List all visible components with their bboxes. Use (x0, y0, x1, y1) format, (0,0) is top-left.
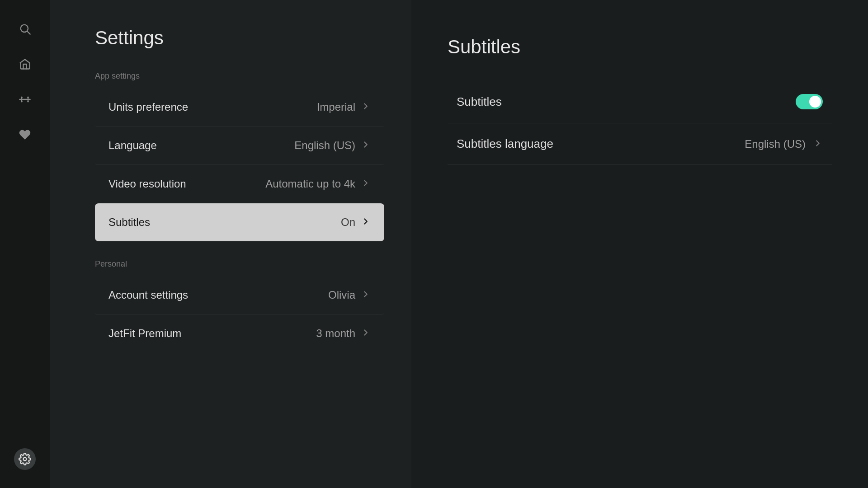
svg-point-11 (24, 458, 27, 461)
sidebar-item-favorites[interactable] (14, 124, 36, 145)
video-resolution-chevron (361, 178, 371, 190)
sidebar-item-home[interactable] (14, 53, 36, 75)
right-item-subtitles-language[interactable]: Subtitles language English (US) (448, 123, 832, 165)
subtitles-toggle[interactable] (796, 94, 823, 109)
svg-point-10 (27, 101, 29, 103)
account-value: Olivia (328, 289, 355, 301)
sidebar-item-search[interactable] (14, 18, 36, 40)
units-right: Imperial (317, 101, 371, 113)
right-subtitles-language-chevron (813, 138, 823, 150)
units-value: Imperial (317, 101, 355, 113)
svg-point-9 (27, 97, 29, 99)
subtitles-value: On (341, 216, 355, 229)
language-value: English (US) (294, 139, 355, 152)
units-label: Units preference (108, 101, 188, 113)
jetfit-value: 3 month (316, 327, 355, 340)
video-resolution-value: Automatic up to 4k (265, 178, 355, 190)
svg-point-7 (21, 97, 23, 99)
right-panel: Subtitles Subtitles Subtitles language E… (411, 0, 868, 488)
video-resolution-right: Automatic up to 4k (265, 178, 371, 190)
app-settings-list: Units preference Imperial Language Engli… (95, 88, 384, 241)
right-subtitles-right (796, 94, 823, 109)
right-subtitles-language-value: English (US) (745, 138, 806, 150)
units-chevron (361, 101, 371, 113)
video-resolution-label: Video resolution (108, 178, 186, 190)
jetfit-label: JetFit Premium (108, 327, 181, 340)
sidebar-item-settings[interactable] (14, 448, 36, 470)
left-panel: Settings App settings Units preference I… (50, 0, 411, 488)
sidebar-item-workouts[interactable] (14, 89, 36, 110)
language-right: English (US) (294, 139, 371, 152)
settings-item-units[interactable]: Units preference Imperial (95, 88, 384, 127)
jetfit-chevron (361, 328, 371, 339)
settings-item-video-resolution[interactable]: Video resolution Automatic up to 4k (95, 165, 384, 203)
subtitles-chevron (361, 216, 371, 228)
app-settings-label: App settings (95, 71, 384, 81)
language-label: Language (108, 139, 157, 152)
settings-item-subtitles[interactable]: Subtitles On (95, 203, 384, 241)
personal-settings-list: Account settings Olivia JetFit Premium 3… (95, 276, 384, 352)
settings-item-jetfit[interactable]: JetFit Premium 3 month (95, 314, 384, 352)
svg-line-1 (27, 31, 30, 34)
right-settings-list: Subtitles Subtitles language English (US… (448, 80, 832, 165)
right-subtitles-label: Subtitles (457, 95, 502, 109)
right-item-subtitles-toggle[interactable]: Subtitles (448, 80, 832, 123)
account-label: Account settings (108, 289, 188, 301)
subtitles-right: On (341, 216, 371, 229)
page-title: Settings (95, 27, 384, 49)
right-panel-title: Subtitles (448, 36, 832, 58)
right-subtitles-language-right: English (US) (745, 138, 823, 150)
jetfit-right: 3 month (316, 327, 371, 340)
right-subtitles-language-label: Subtitles language (457, 137, 553, 151)
account-right: Olivia (328, 289, 371, 301)
settings-item-language[interactable]: Language English (US) (95, 127, 384, 165)
sidebar (0, 0, 50, 488)
account-chevron (361, 289, 371, 301)
language-chevron (361, 140, 371, 151)
settings-item-account[interactable]: Account settings Olivia (95, 276, 384, 314)
personal-label: Personal (95, 259, 384, 269)
svg-point-8 (21, 101, 23, 103)
subtitles-label: Subtitles (108, 216, 150, 229)
